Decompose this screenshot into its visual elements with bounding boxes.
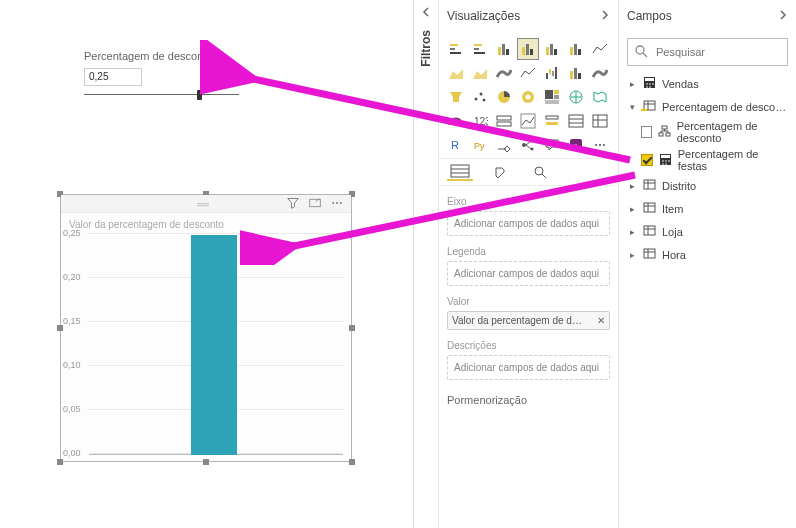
svg-text:R: R (451, 139, 459, 151)
viz-type-icon[interactable] (589, 62, 611, 84)
resize-handle[interactable] (203, 459, 209, 465)
slicer-track[interactable] (84, 92, 239, 98)
viz-type-icon[interactable] (589, 134, 611, 156)
expand-icon[interactable] (420, 6, 432, 20)
chart-plot-area: 0,000,050,100,150,200,25 (61, 233, 343, 455)
chart-bar[interactable] (191, 235, 237, 455)
svg-rect-44 (497, 122, 511, 126)
viz-type-icon[interactable] (469, 62, 491, 84)
svg-rect-46 (546, 116, 558, 119)
viz-type-icon[interactable] (565, 86, 587, 108)
viz-type-icon[interactable] (469, 86, 491, 108)
field-checkbox[interactable] (641, 154, 653, 166)
svg-point-31 (475, 98, 478, 101)
pormenor-label: Pormenorização (447, 394, 610, 406)
well-label-legenda: Legenda (447, 246, 610, 257)
svg-rect-20 (554, 49, 557, 55)
viz-type-icon[interactable] (469, 38, 491, 60)
viz-type-icon[interactable] (541, 110, 563, 132)
table-icon (643, 201, 656, 216)
slicer-value-input[interactable]: 0,25 (84, 68, 142, 86)
viz-type-icon[interactable] (517, 110, 539, 132)
viz-type-icon[interactable] (493, 134, 515, 156)
field-row[interactable]: Percentagem de desconto (619, 118, 796, 146)
field-checkbox[interactable] (641, 126, 652, 138)
viz-type-icon[interactable]: R (445, 134, 467, 156)
viz-type-icon[interactable] (541, 38, 563, 60)
well-descricoes[interactable]: Adicionar campos de dados aqui (447, 355, 610, 380)
table-icon (643, 99, 656, 114)
y-axis-tick-label: 0,20 (63, 272, 81, 282)
table-row[interactable]: ▸Distrito (619, 174, 796, 197)
viz-type-icon[interactable] (445, 38, 467, 60)
table-row[interactable]: ▸Vendas (619, 72, 796, 95)
svg-rect-11 (474, 52, 485, 54)
viz-type-icon[interactable] (493, 62, 515, 84)
viz-type-icon[interactable] (445, 110, 467, 132)
viz-type-icon[interactable]: ⋮⋮ (565, 134, 587, 156)
svg-text:Py: Py (474, 141, 485, 151)
svg-rect-106 (644, 249, 655, 258)
field-wells: Eixo Adicionar campos de dados aqui Lege… (439, 186, 618, 410)
svg-rect-21 (570, 47, 573, 55)
svg-point-32 (480, 93, 483, 96)
field-row[interactable]: Percentagem de festas (619, 146, 796, 174)
well-legenda[interactable]: Adicionar campos de dados aqui (447, 261, 610, 286)
format-tab[interactable] (487, 163, 513, 181)
search-box[interactable] (627, 38, 788, 66)
table-row[interactable]: ▸Hora (619, 243, 796, 266)
viz-type-icon[interactable] (493, 38, 515, 60)
viz-type-icon[interactable] (517, 134, 539, 156)
well-eixo[interactable]: Adicionar campos de dados aqui (447, 211, 610, 236)
viz-type-icon[interactable] (493, 86, 515, 108)
svg-point-4 (336, 202, 338, 204)
svg-point-65 (603, 144, 605, 146)
more-options-icon[interactable] (331, 197, 343, 210)
drag-grip-icon[interactable] (197, 199, 215, 205)
chart-visual[interactable]: Valor da percentagem de desconto 0,000,0… (60, 194, 352, 462)
focus-mode-icon[interactable] (309, 197, 321, 210)
slicer-handle[interactable] (197, 90, 202, 100)
table-row[interactable]: ▸Loja (619, 220, 796, 243)
well-valor[interactable]: Valor da percentagem de desconto ✕ (447, 311, 610, 330)
viz-type-icon[interactable]: Py (469, 134, 491, 156)
viz-type-icon[interactable] (517, 38, 539, 60)
viz-type-icon[interactable] (445, 86, 467, 108)
viz-type-icon[interactable] (541, 86, 563, 108)
filter-icon[interactable] (287, 197, 299, 210)
viz-type-icon[interactable] (589, 110, 611, 132)
filters-pane-collapsed[interactable]: Filtros (413, 0, 439, 528)
field-name: Percentagem de festas (678, 148, 788, 172)
resize-handle[interactable] (349, 325, 355, 331)
viz-type-icon[interactable] (565, 38, 587, 60)
viz-type-icon[interactable] (589, 86, 611, 108)
resize-handle[interactable] (57, 459, 63, 465)
fields-title: Campos (627, 9, 672, 23)
resize-handle[interactable] (349, 459, 355, 465)
collapse-icon[interactable] (778, 9, 788, 23)
viz-type-icon[interactable] (565, 62, 587, 84)
analytics-tab[interactable] (527, 163, 553, 181)
table-row[interactable]: ▸Item (619, 197, 796, 220)
slicer-visual[interactable]: Percentagem de desconto 0,25 (84, 50, 239, 108)
collapse-icon[interactable] (600, 9, 610, 23)
svg-point-36 (526, 95, 531, 100)
viz-type-icon[interactable] (493, 110, 515, 132)
search-input[interactable] (654, 45, 796, 59)
svg-rect-13 (502, 44, 505, 55)
chevron-icon: ▸ (627, 204, 637, 214)
viz-type-icon[interactable]: 123 (469, 110, 491, 132)
viz-type-icon[interactable] (517, 86, 539, 108)
report-canvas[interactable]: Percentagem de desconto 0,25 Valor da pe… (0, 0, 392, 528)
table-row[interactable]: ▾Percentagem de desconto (619, 95, 796, 118)
viz-type-icon[interactable] (565, 110, 587, 132)
visual-header (61, 195, 351, 213)
viz-type-icon[interactable] (541, 134, 563, 156)
remove-field-icon[interactable]: ✕ (597, 315, 605, 326)
chevron-icon: ▸ (627, 79, 637, 89)
viz-type-icon[interactable] (541, 62, 563, 84)
viz-type-icon[interactable] (445, 62, 467, 84)
viz-type-icon[interactable] (517, 62, 539, 84)
viz-type-icon[interactable] (589, 38, 611, 60)
fields-tab[interactable] (447, 163, 473, 181)
